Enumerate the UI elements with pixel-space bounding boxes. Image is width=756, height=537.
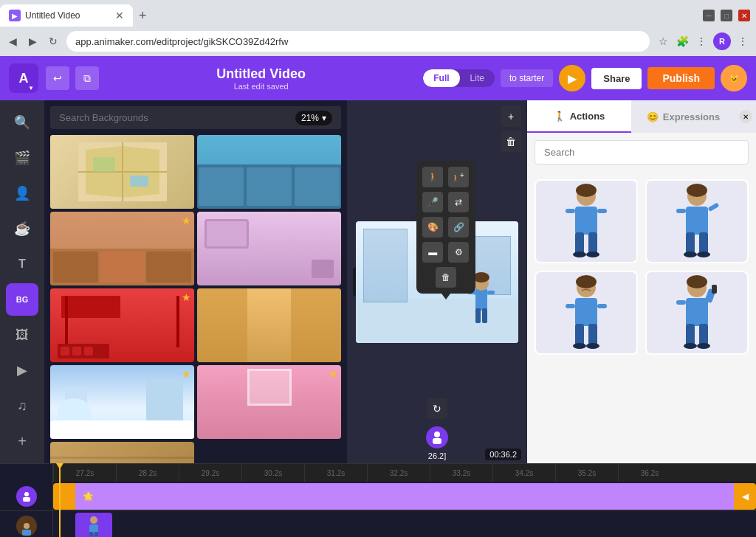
bg-item-map[interactable] [50,135,194,209]
sidebar-item-search[interactable]: 🔍 [6,106,38,139]
header-center: Untitled Video Last edit saved [106,66,416,91]
svg-rect-11 [487,291,495,294]
sidebar-item-image[interactable]: 🖼 [6,319,38,351]
sidebar-item-audio[interactable]: ♫ [6,389,38,422]
timestamp-5: 32.2s [367,464,430,482]
char-clip[interactable] [75,513,112,537]
expressions-tab-label: Expressions [663,111,720,122]
context-card-button[interactable]: ▬ [422,242,443,263]
puzzle-icon[interactable]: 🧩 [675,34,690,49]
timestamp-3: 30.2s [241,464,304,482]
minimize-button[interactable]: ─ [703,10,715,21]
bg-item-bus-stop[interactable]: ★ [50,288,194,362]
svg-rect-19 [566,209,575,213]
svg-point-57 [90,516,97,524]
context-link-button[interactable]: 🔗 [448,217,469,238]
sidebar-item-character[interactable]: 👤 [6,177,38,209]
close-button[interactable]: ✕ [738,10,750,21]
bg-item-store-brown[interactable]: ★ [50,212,194,285]
menu-icon[interactable]: ⋮ [735,34,750,49]
action-item-sad-1[interactable] [535,271,638,355]
profile-avatar[interactable]: R [713,32,731,50]
sidebar-item-bg[interactable]: BG [6,283,38,316]
more-icon[interactable]: ⋮ [694,34,709,49]
timeline-area: 27.2s 28.2s 29.2s 30.2s 31.2s 32.2s 33.2… [0,463,756,537]
bg-item-curtain[interactable] [197,288,341,362]
menu-arrow-icon [441,294,450,299]
undo-button[interactable]: ↩ [46,66,69,90]
panel-header: 21% ▾ [44,100,347,135]
bg-item-store-blue[interactable] [197,135,341,209]
context-settings-button[interactable]: ⚙ [448,242,469,263]
app: A ▼ ↩ ⧉ Untitled Video Last edit saved F… [0,56,756,537]
context-palette-button[interactable]: 🎨 [422,217,443,238]
track-row-1: 🌟 ◀ [53,482,756,511]
sidebar-item-props[interactable]: ☕ [6,212,38,245]
mode-full-button[interactable]: Full [423,69,459,87]
refresh-button[interactable]: ↻ [427,398,447,419]
timestamp-row: 27.2s 28.2s 29.2s 30.2s 31.2s 32.2s 33.2… [53,464,756,482]
sidebar-item-add[interactable]: + [6,425,38,457]
action-item-presenting-1[interactable] [645,179,749,263]
duplicate-button[interactable]: ⧉ [75,66,99,90]
action-img-standing-1 [536,181,636,262]
main-clip[interactable]: 🌟 [75,483,734,510]
track-labels [0,482,53,537]
mode-lite-button[interactable]: Lite [460,69,495,87]
actions-grid [527,172,756,362]
tab-close-button[interactable]: ✕ [115,10,124,21]
right-panel-close-button[interactable]: ✕ [735,100,756,133]
browser-tab[interactable]: ▶ Untitled Video ✕ [0,4,133,27]
svg-text:+: + [460,172,464,179]
svg-point-53 [24,492,29,496]
expressions-tab-icon: 😊 [647,111,659,122]
refresh-button[interactable]: ↻ [46,32,61,50]
publish-button[interactable]: Publish [647,67,715,89]
maximize-button[interactable]: □ [721,10,732,21]
action-item-phone-1[interactable] [645,271,749,355]
right-panel: 🚶 Actions 😊 Expressions ✕ [527,100,756,463]
left-sidebar: 🔍 🎬 👤 ☕ T BG 🖼 ▶ ♫ [0,100,44,463]
action-item-standing-1[interactable] [535,179,638,263]
sidebar-item-media[interactable]: 🎬 [6,142,38,174]
starter-button[interactable]: to starter [501,69,553,87]
bg-item-pink-room[interactable]: ★ [197,365,341,439]
context-walk-add-button[interactable]: 🚶+ [448,167,469,187]
main-content: 🔍 🎬 👤 ☕ T BG 🖼 ▶ ♫ [0,100,756,463]
tab-expressions[interactable]: 😊 Expressions [631,100,735,133]
svg-point-24 [586,252,599,257]
timecode-display: 00:36.2 [485,448,521,460]
svg-rect-38 [597,304,607,308]
bg-item-snowy[interactable]: ★ [50,365,194,439]
clip-left-cap[interactable] [53,483,75,510]
play-button[interactable]: ▶ [559,65,585,91]
new-tab-button[interactable]: + [133,8,153,24]
context-arrows-button[interactable]: ⇄ [448,192,469,212]
svg-rect-59 [89,532,93,536]
context-mic-button[interactable]: 🎤 [422,192,443,212]
backgrounds-grid: ★ ★ [44,135,347,463]
delete-scene-button[interactable]: 🗑 [501,131,521,152]
bg-item-bedroom[interactable] [197,212,341,285]
back-button[interactable]: ◀ [6,32,20,50]
clip-right-cap[interactable]: ◀ [734,483,756,510]
track-icon-2 [16,516,37,536]
star-icon[interactable]: ☆ [656,34,670,49]
context-walk-button[interactable]: 🚶 [422,167,443,187]
zoom-badge[interactable]: 21% ▾ [295,111,332,125]
actions-tab-icon: 🚶 [554,111,566,122]
app-logo[interactable]: A ▼ [9,63,38,93]
bg-item-wood[interactable] [50,442,194,463]
share-button[interactable]: Share [591,68,642,89]
user-avatar[interactable]: 🐱 [721,65,747,91]
sidebar-item-video[interactable]: ▶ [6,354,38,387]
actions-search-input[interactable] [535,140,749,164]
timeline-ruler: 27.2s 28.2s 29.2s 30.2s 31.2s 32.2s 33.2… [0,463,756,482]
add-scene-button[interactable]: + [501,106,521,127]
sidebar-item-text[interactable]: T [6,248,38,280]
tab-actions[interactable]: 🚶 Actions [527,100,631,133]
address-input[interactable] [66,31,650,52]
character-indicator[interactable] [426,426,448,448]
forward-button[interactable]: ▶ [26,32,40,50]
context-delete-button[interactable]: 🗑 [436,267,456,288]
